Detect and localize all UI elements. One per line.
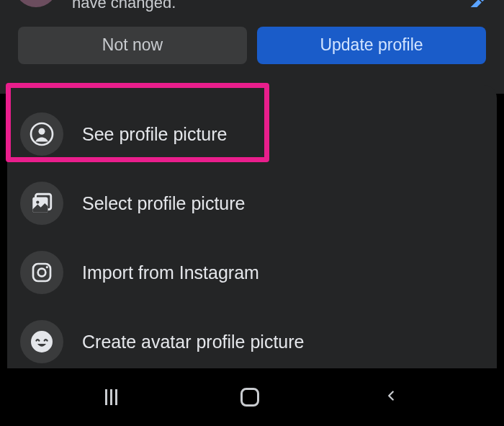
- not-now-label: Not now: [102, 35, 163, 55]
- svg-point-8: [31, 331, 53, 352]
- svg-point-6: [38, 269, 46, 277]
- person-circle-icon: [20, 112, 63, 156]
- edit-icon[interactable]: [467, 0, 495, 7]
- nav-recents-button[interactable]: [105, 389, 117, 405]
- svg-point-7: [46, 266, 48, 268]
- avatar: [14, 0, 58, 7]
- menu-item-see-profile-picture[interactable]: See profile picture: [16, 99, 488, 169]
- not-now-button[interactable]: Not now: [18, 27, 247, 64]
- menu-item-select-profile-picture[interactable]: Select profile picture: [16, 169, 488, 238]
- gallery-icon: [20, 182, 63, 225]
- menu-label: Import from Instagram: [82, 262, 259, 283]
- nav-back-button[interactable]: [383, 388, 399, 407]
- profile-picture-action-sheet: See profile picture Select profile pictu…: [7, 85, 497, 368]
- nav-home-button[interactable]: [240, 388, 259, 407]
- update-profile-button[interactable]: Update profile: [257, 27, 486, 64]
- instagram-icon: [20, 251, 63, 294]
- svg-point-1: [39, 128, 45, 135]
- menu-label: Select profile picture: [82, 193, 246, 214]
- svg-point-4: [36, 200, 39, 203]
- menu-item-import-instagram[interactable]: Import from Instagram: [16, 238, 488, 307]
- update-profile-label: Update profile: [320, 35, 423, 55]
- android-nav-bar: [0, 368, 504, 426]
- update-profile-card: have changed. Not now Update profile: [0, 0, 504, 94]
- menu-item-create-avatar[interactable]: Create avatar profile picture: [16, 307, 488, 376]
- header-subtext: have changed.: [72, 0, 490, 14]
- avatar-face-icon: [20, 320, 63, 363]
- menu-label: Create avatar profile picture: [82, 332, 304, 352]
- menu-label: See profile picture: [82, 124, 228, 145]
